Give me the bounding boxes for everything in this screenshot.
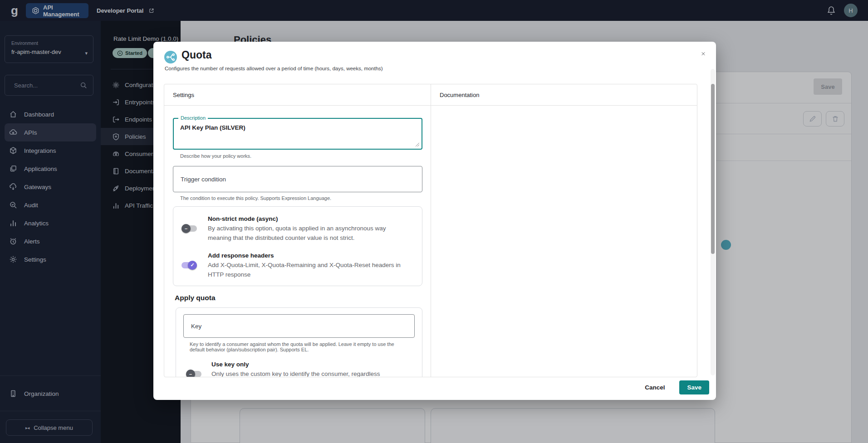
toggles-group: – Non-strict mode (async) By activating …: [173, 206, 422, 286]
quota-policy-modal: Quota Configures the number of requests …: [153, 42, 716, 400]
modal-title: Quota: [181, 49, 211, 61]
non-strict-toggle[interactable]: –: [181, 224, 197, 233]
non-strict-toggle-row: – Non-strict mode (async) By activating …: [181, 214, 415, 243]
documentation-pane: Documentation: [431, 84, 697, 377]
app-screen: g API Management Developer Portal: [0, 0, 868, 443]
description-textarea[interactable]: API Key Plan (SILVER): [174, 119, 422, 149]
description-field-label: Description: [178, 115, 208, 121]
modal-scrollbar-thumb[interactable]: [711, 84, 715, 254]
toggle-knob-minus-icon: –: [181, 224, 191, 233]
trigger-condition-label: Trigger condition: [181, 176, 226, 183]
response-headers-description: Add X-Quota-Limit, X-Quota-Remaining and…: [208, 260, 407, 279]
trigger-condition-hint: The condition to execute this policy. Su…: [180, 195, 422, 201]
use-key-only-description: Only uses the custom key to identify the…: [211, 369, 384, 377]
response-headers-toggle-row: ✓ Add response headers Add X-Quota-Limit…: [181, 251, 415, 279]
key-field-label: Key: [191, 323, 201, 330]
settings-form: Description API Key Plan (SILVER) Descri…: [164, 106, 431, 377]
use-key-only-label: Use key only: [211, 360, 384, 369]
settings-pane: Settings Description API Key Plan (SILVE…: [164, 84, 431, 377]
use-key-only-toggle[interactable]: –: [186, 370, 201, 377]
modal-scrollbar-track[interactable]: [711, 69, 715, 375]
key-field[interactable]: Key: [183, 314, 415, 338]
description-field[interactable]: Description API Key Plan (SILVER): [173, 118, 422, 150]
tab-settings[interactable]: Settings: [164, 84, 431, 106]
response-headers-label: Add response headers: [208, 251, 407, 260]
key-field-hint: Key to identify a consumer against whom …: [190, 341, 396, 352]
toggle-knob-minus-icon: –: [186, 370, 195, 377]
apply-quota-group: Key Key to identify a consumer against w…: [176, 307, 422, 377]
quota-policy-icon: [164, 51, 177, 63]
save-button[interactable]: Save: [679, 380, 709, 394]
modal-footer: Cancel Save: [642, 380, 709, 394]
cancel-button[interactable]: Cancel: [642, 384, 667, 391]
non-strict-label: Non-strict mode (async): [208, 214, 407, 224]
documentation-body: [431, 106, 697, 377]
response-headers-toggle[interactable]: ✓: [181, 261, 197, 270]
modal-subtitle: Configures the number of requests allowe…: [165, 66, 383, 71]
resize-grip-icon[interactable]: [415, 142, 420, 147]
apply-quota-heading: Apply quota: [175, 294, 422, 302]
trigger-condition-field[interactable]: Trigger condition: [173, 166, 422, 192]
use-key-only-toggle-row: – Use key only Only uses the custom key …: [183, 360, 415, 377]
description-hint: Describe how your policy works.: [180, 153, 422, 159]
close-icon[interactable]: [699, 49, 708, 58]
tab-documentation[interactable]: Documentation: [431, 84, 697, 106]
toggle-knob-check-icon: ✓: [188, 261, 197, 270]
modal-panel: Settings Description API Key Plan (SILVE…: [164, 84, 697, 377]
non-strict-description: By activating this option, quota is appl…: [208, 224, 407, 243]
